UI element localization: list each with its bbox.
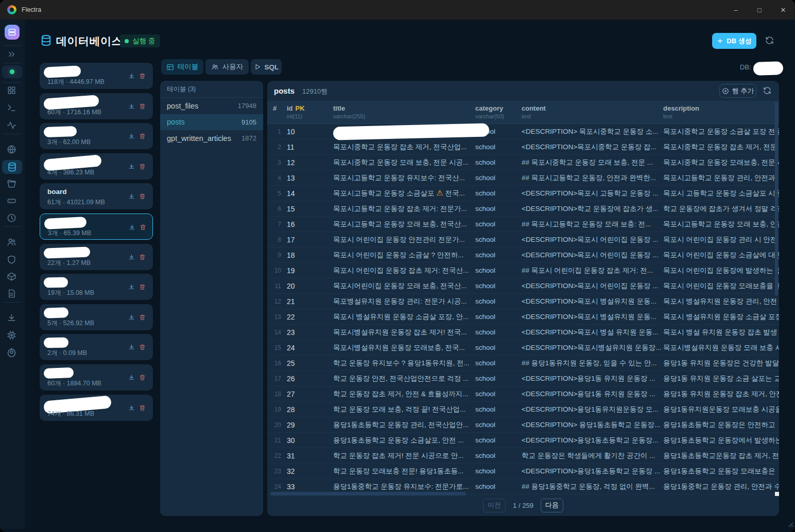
status-indicator[interactable] [2,65,22,78]
sidebar-packages-icon[interactable] [0,270,23,283]
table-row[interactable]: 21 30 용당1동초등학교 운동장 소금살포, 안전 ... school <… [267,433,779,448]
table-row[interactable]: 17 26 학교 운동장 안전, 전국산업안전으로 걱정 ... school … [267,371,779,386]
table-row[interactable]: 1 10 school <DESCRIPTION> 목포시중학교 운동장 소..… [267,124,779,139]
table-row[interactable]: 14 23 목포시병설유치원 운동장 잡초 제거! 전국... school <… [267,325,779,340]
table-row[interactable]: 20 29 용당1동초등학교 운동장 관리, 전국산업안... school <… [267,417,779,433]
database-card[interactable]: 74개 · 86.31 MB [40,395,153,421]
sidebar-history-icon[interactable] [0,211,23,224]
database-card[interactable]: 60개 · 1716.16 MB [40,93,153,119]
sidebar-cpu-icon[interactable] [0,328,23,342]
database-card[interactable]: 5개 · 526.92 MB [40,304,153,330]
database-card[interactable]: 118개 · 4446.97 MB [40,63,153,89]
column-header-title[interactable]: title varchar(255) [333,101,475,123]
delete-database-icon[interactable] [139,73,146,79]
delete-database-icon[interactable] [139,103,146,110]
table-row[interactable]: 15 24 목포시병설유치원 운동장 모래보충, 전국... school <D… [267,340,779,356]
sidebar-download-icon[interactable] [0,311,23,324]
download-database-icon[interactable] [128,254,135,260]
delete-database-icon[interactable] [139,163,146,170]
delete-database-icon[interactable] [139,283,146,290]
sidebar-dashboard-icon[interactable] [0,83,23,97]
maximize-button[interactable]: □ [748,0,771,20]
table-row[interactable]: 7 16 목포시고등학교 운동장 모래 보충, 전국산... school ##… [267,217,779,232]
download-database-icon[interactable] [128,193,135,200]
next-page-button[interactable]: 다음 [541,499,563,512]
database-card[interactable]: board 61개 · 41021.09 MB [40,183,153,209]
table-row[interactable]: 11 20 목포시어린이집 운동장 모래 보충, 전국산... school <… [267,278,779,294]
table-list-item[interactable]: posts 9105 [160,114,263,131]
table-row[interactable]: 3 12 목포시중학교 운동장 모래 보충, 전문 시공... school #… [267,155,779,170]
sidebar-terminal-icon[interactable] [0,101,23,114]
download-database-icon[interactable] [128,314,135,321]
delete-database-icon[interactable] [139,404,146,411]
sidebar-settings-icon[interactable] [0,345,23,359]
database-card[interactable]: 19개 · 15.08 MB [40,274,153,300]
database-card[interactable]: 2개 · 0.09 MB [40,334,153,360]
download-database-icon[interactable] [128,73,135,79]
refresh-databases-icon[interactable] [765,36,774,45]
vertical-scrollbar[interactable] [775,102,778,296]
table-row[interactable]: 16 25 학교 운동장 유지보수 ? 용당1동유치원, 전... school… [267,356,779,371]
table-row[interactable]: 9 18 목포시 어린이집 운동장 소금살 ? 안전하... school <D… [267,247,779,263]
tab-tables[interactable]: 테이블 [161,59,203,75]
sidebar-storage-icon[interactable] [0,194,23,207]
table-row[interactable]: 5 14 목포시고등학교 운동장 소금살포 ⚠ 전국... school <DE… [267,186,779,201]
minimize-button[interactable]: – [724,0,748,20]
database-card[interactable]: 60개 · 1884.70 MB [40,364,153,391]
table-row[interactable]: 8 17 목포시 어린이집 운동장 안전관리 전문가... school <DE… [267,232,779,247]
resize-handle-icon[interactable] [786,520,793,527]
tab-users[interactable]: 사용자 [205,59,249,75]
database-card[interactable]: 22개 · 1.27 MB [40,244,153,270]
database-card[interactable]: 3개 · 62.00 MB [40,123,153,149]
delete-database-icon[interactable] [139,254,146,260]
refresh-table-icon[interactable] [763,86,771,95]
column-header-num[interactable]: # [267,101,287,123]
delete-database-icon[interactable] [139,314,146,321]
delete-database-icon[interactable] [139,193,146,200]
app-gradient-icon[interactable] [5,25,20,40]
download-database-icon[interactable] [128,344,135,350]
database-card[interactable]: 3개 · 65.39 MB [40,214,153,240]
download-database-icon[interactable] [128,133,135,139]
table-list-item[interactable]: post_files 17948 [160,98,263,114]
sidebar-documents-icon[interactable] [0,287,23,300]
table-row[interactable]: 18 27 학교 운동장 잡초 제거, 안전 & 효율성까지... school… [267,386,779,402]
create-db-button[interactable]: DB 생성 [712,33,756,49]
sidebar-globe-icon[interactable] [0,143,23,156]
delete-database-icon[interactable] [139,133,146,139]
database-card[interactable]: 4개 · 386.23 MB [40,153,153,180]
sidebar-security-icon[interactable] [0,253,23,266]
table-row[interactable]: 2 11 목포시중학교 운동장 잡초 제거, 전국산업... school <D… [267,139,779,155]
download-database-icon[interactable] [128,404,135,411]
column-header-category[interactable]: category varchar(50) [475,101,522,123]
table-row[interactable]: 4 13 목포시고등학교 운동장 유지보수: 전국산... school ## … [267,170,779,186]
expand-sidebar-icon[interactable] [0,47,23,61]
sidebar-activity-icon[interactable] [0,118,23,132]
table-row[interactable]: 12 21 목포병설유치원 운동장 관리: 전문가 시공... school <… [267,294,779,309]
table-row[interactable]: 10 19 목포시 어린이집 운동장 잡초 제거: 전국산... school … [267,263,779,278]
sidebar-folder-icon[interactable] [0,177,23,190]
table-list-item[interactable]: gpt_written_articles 1872 [160,130,263,147]
download-database-icon[interactable] [128,103,135,110]
download-database-icon[interactable] [128,374,135,381]
table-row[interactable]: 19 28 학교 운동장 모래 보충, 걱정 끝! 전국산업... school… [267,402,779,417]
table-row[interactable]: 23 32 학교 운동장 모래보충 전문! 용당1동초등... school <… [267,464,779,479]
delete-database-icon[interactable] [139,344,146,350]
download-database-icon[interactable] [128,163,135,170]
prev-page-button[interactable]: 이전 [483,499,506,512]
download-database-icon[interactable] [128,283,135,290]
close-button[interactable]: ✕ [771,0,795,20]
table-row[interactable]: 13 22 목포시 병설유치원 운동장 소금살 포장, 안... school … [267,309,779,325]
sidebar-database-icon[interactable] [2,160,22,174]
add-row-button[interactable]: 행 추가 [719,84,756,98]
column-header-description[interactable]: description text [663,101,779,123]
tab-sql[interactable]: SQL [251,59,282,75]
sidebar-users-icon[interactable] [0,235,23,249]
delete-database-icon[interactable] [140,224,146,230]
delete-database-icon[interactable] [139,374,146,381]
column-header-id[interactable]: idPK int(11) [287,101,333,123]
table-row[interactable]: 22 31 학교 운동장 잡초 제거! 전문 시공으로 안... school … [267,448,779,464]
table-row[interactable]: 6 15 목포시고등학교 운동장 잡초 제거: 전문가... school <D… [267,201,779,217]
download-database-icon[interactable] [129,224,135,230]
column-header-content[interactable]: content text [522,101,663,123]
